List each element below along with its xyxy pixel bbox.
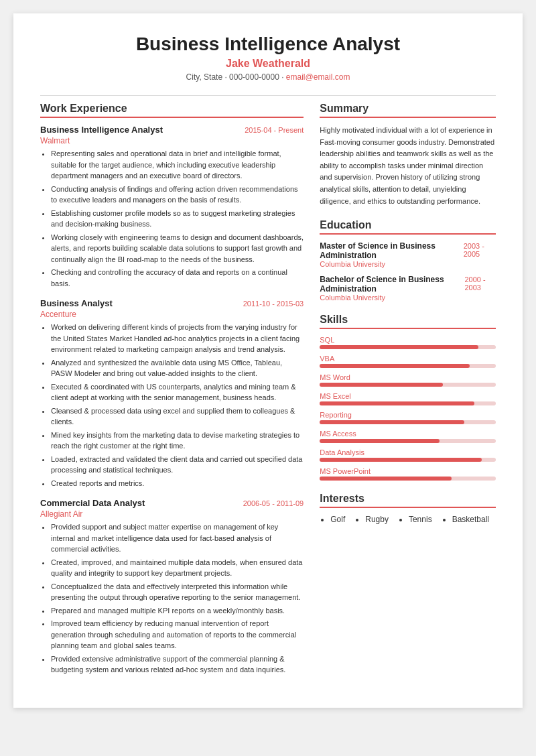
interest-item: Rugby: [365, 515, 389, 524]
resume-title: Business Intelligence Analyst: [40, 34, 496, 55]
skill-name: MS Excel: [320, 392, 496, 400]
bullet-item: Checking and controlling the accuracy of…: [51, 267, 304, 289]
edu-dates: 2000 - 2003: [464, 275, 496, 292]
skill-item: Reporting: [320, 411, 496, 424]
job-bullets-1: Worked on delivering different kinds of …: [40, 322, 304, 489]
edu-degree: Bachelor of Science in Business Administ…: [320, 275, 464, 294]
skill-bar-fill: [320, 420, 464, 424]
edu-school: Columbia University: [320, 294, 496, 302]
edu-school: Columbia University: [320, 260, 496, 268]
phone: 000-000-0000: [229, 72, 279, 82]
interests-section: Interests GolfRugbyTennisBasketball: [320, 493, 496, 524]
interests-list: GolfRugbyTennisBasketball: [320, 515, 496, 524]
skill-bar-bg: [320, 401, 496, 405]
skill-bar-bg: [320, 420, 496, 424]
skill-bar-bg: [320, 364, 496, 368]
bullet-item: Worked on delivering different kinds of …: [51, 322, 304, 355]
bullet-item: Working closely with engineering teams t…: [51, 232, 304, 265]
bullet-item: Executed & coordinated with US counterpa…: [51, 381, 304, 403]
job-entry-0: Business Intelligence Analyst 2015-04 - …: [40, 125, 304, 289]
bullet-item: Cleansed & processed data using excel an…: [51, 405, 304, 428]
edu-dates: 2003 - 2005: [464, 242, 496, 258]
job-bullets-2: Provided support and subject matter expe…: [40, 521, 304, 676]
bullet-item: Loaded, extracted and validated the clie…: [51, 454, 304, 476]
header: Business Intelligence Analyst Jake Weath…: [40, 34, 496, 82]
bullet-item: Created, improved, and maintained multip…: [51, 557, 304, 579]
work-experience-title: Work Experience: [40, 103, 304, 118]
skill-name: MS Word: [320, 373, 496, 381]
edu-degree: Master of Science in Business Administra…: [320, 241, 463, 260]
summary-text: Highly motivated individual with a lot o…: [320, 125, 496, 207]
contact-info: City, State · 000-000-0000 · email@email…: [40, 72, 496, 82]
bullet-item: Provided extensive administrative suppor…: [51, 653, 304, 676]
skill-bar-bg: [320, 439, 496, 443]
summary-title: Summary: [320, 103, 496, 118]
bullet-item: Mined key insights from the marketing da…: [51, 430, 304, 452]
skill-item: SQL: [320, 336, 496, 349]
job-bullets-0: Representing sales and operational data …: [40, 148, 304, 289]
bullet-item: Provided support and subject matter expe…: [51, 521, 304, 555]
bullet-item: Representing sales and operational data …: [51, 148, 304, 182]
interests-title: Interests: [320, 493, 496, 508]
main-content: Work Experience Business Intelligence An…: [40, 103, 496, 688]
skill-bar-fill: [320, 345, 478, 349]
job-entry-2: Commercial Data Analyst 2006-05 - 2011-0…: [40, 498, 304, 676]
job-header-2: Commercial Data Analyst 2006-05 - 2011-0…: [40, 498, 304, 508]
education-section: Education Master of Science in Business …: [320, 219, 496, 302]
skill-name: Data Analysis: [320, 448, 496, 456]
education-title: Education: [320, 219, 496, 235]
skill-bar-fill: [320, 383, 443, 387]
contact-separator2: ·: [281, 72, 286, 82]
skills-title: Skills: [320, 314, 496, 329]
job-title-1: Business Analyst: [40, 298, 113, 308]
skill-item: Data Analysis: [320, 448, 496, 462]
skill-bar-fill: [320, 364, 469, 368]
header-divider: [40, 95, 496, 96]
job-header-0: Business Intelligence Analyst 2015-04 - …: [40, 125, 304, 135]
bullet-item: Prepared and managed multiple KPI report…: [51, 605, 304, 617]
bullet-item: Analyzed and synthesized the available d…: [51, 357, 304, 379]
bullet-item: Conceptualized the data and effectively …: [51, 581, 304, 603]
edu-header: Bachelor of Science in Business Administ…: [320, 275, 496, 294]
job-company-0: Walmart: [40, 136, 304, 145]
skill-item: VBA: [320, 355, 496, 368]
interest-item: Basketball: [452, 515, 489, 524]
bullet-item: Establishing customer profile models so …: [51, 208, 304, 230]
job-company-1: Accenture: [40, 310, 304, 319]
job-company-2: Allegiant Air: [40, 509, 304, 519]
interest-item: Golf: [330, 515, 345, 524]
location: City, State: [186, 72, 222, 82]
edu-header: Master of Science in Business Administra…: [320, 241, 496, 260]
interest-item: Tennis: [409, 515, 432, 524]
skill-name: MS Access: [320, 430, 496, 438]
bullet-item: Created reports and metrics.: [51, 478, 304, 489]
education-entries: Master of Science in Business Administra…: [320, 241, 496, 302]
skill-name: VBA: [320, 355, 496, 363]
job-title-2: Commercial Data Analyst: [40, 498, 145, 508]
skill-item: MS Word: [320, 373, 496, 387]
job-entry-1: Business Analyst 2011-10 - 2015-03 Accen…: [40, 298, 304, 489]
bullet-item: Conducting analysis of findings and offe…: [51, 184, 304, 206]
candidate-name: Jake Weatherald: [40, 58, 496, 70]
skill-bar-fill: [320, 477, 452, 481]
right-column: Summary Highly motivated individual with…: [320, 103, 496, 688]
job-dates-0: 2015-04 - Present: [245, 126, 304, 134]
skill-bar-bg: [320, 477, 496, 481]
skills-section: Skills SQL VBA MS Word MS Excel Reportin…: [320, 314, 496, 481]
email-link[interactable]: email@email.com: [286, 72, 350, 82]
summary-section: Summary Highly motivated individual with…: [320, 103, 496, 207]
education-entry: Master of Science in Business Administra…: [320, 241, 496, 268]
skill-item: MS Access: [320, 430, 496, 443]
skill-bar-fill: [320, 458, 482, 462]
skill-name: SQL: [320, 336, 496, 344]
work-experience-section: Work Experience Business Intelligence An…: [40, 103, 304, 676]
resume-container: Business Intelligence Analyst Jake Weath…: [13, 13, 523, 708]
job-header-1: Business Analyst 2011-10 - 2015-03: [40, 298, 304, 308]
education-entry: Bachelor of Science in Business Administ…: [320, 275, 496, 302]
skill-bar-bg: [320, 345, 496, 349]
job-title-0: Business Intelligence Analyst: [40, 125, 163, 135]
skill-bar-bg: [320, 383, 496, 387]
skills-list: SQL VBA MS Word MS Excel Reporting MS Ac…: [320, 336, 496, 481]
left-column: Work Experience Business Intelligence An…: [40, 103, 304, 688]
skill-bar-bg: [320, 458, 496, 462]
